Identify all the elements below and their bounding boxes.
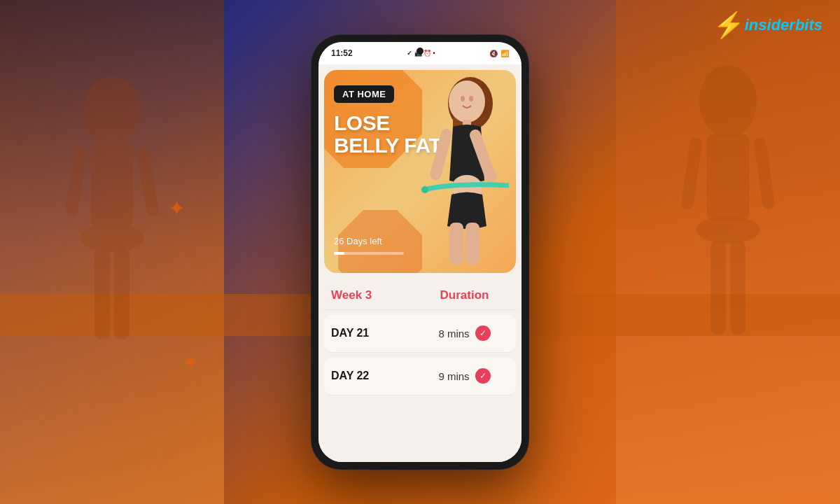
phone-screen: 11:52 ✓ 📷 ⏰ • 🔇 📶 AT HOME LOSE bbox=[318, 42, 522, 462]
duration-header-label: Duration bbox=[420, 288, 509, 302]
bg-figure-left bbox=[28, 70, 196, 420]
svg-rect-5 bbox=[64, 146, 88, 218]
woman-figure bbox=[400, 70, 516, 273]
logo-text: insiderbits bbox=[745, 16, 822, 34]
week-header-row: Week 3 Duration bbox=[324, 279, 516, 310]
svg-point-0 bbox=[84, 77, 140, 147]
day-21-check-icon: ✓ bbox=[475, 326, 491, 341]
hero-card: AT HOME LOSE BELLY FAT 26 Days left bbox=[324, 70, 516, 273]
svg-point-17 bbox=[461, 96, 465, 102]
svg-rect-23 bbox=[429, 127, 454, 181]
svg-rect-12 bbox=[680, 137, 702, 210]
at-home-badge: AT HOME bbox=[334, 85, 394, 103]
star-icon-right: ✦ bbox=[643, 266, 658, 286]
status-icons-right: 🔇 📶 bbox=[489, 50, 509, 57]
svg-rect-11 bbox=[730, 241, 746, 335]
svg-point-9 bbox=[696, 216, 760, 244]
wifi-icon: 📶 bbox=[500, 50, 509, 57]
mute-icon: 🔇 bbox=[489, 50, 498, 57]
svg-rect-4 bbox=[114, 248, 130, 340]
svg-point-18 bbox=[469, 96, 473, 102]
day-21-duration: 8 mins ✓ bbox=[420, 326, 509, 341]
day-21-duration-text: 8 mins bbox=[438, 328, 469, 340]
svg-rect-6 bbox=[135, 146, 160, 218]
day-row-22[interactable]: DAY 22 9 mins ✓ bbox=[324, 357, 516, 396]
day-22-duration: 9 mins ✓ bbox=[420, 368, 509, 384]
insiderbits-logo: ⚡ insiderbits bbox=[713, 13, 822, 38]
bolt-icon: ⚡ bbox=[713, 13, 745, 38]
svg-rect-8 bbox=[707, 134, 749, 220]
svg-rect-13 bbox=[753, 137, 775, 210]
star-icon-left-top: ✦ bbox=[168, 196, 186, 220]
progress-bar-bg bbox=[334, 252, 404, 255]
day-22-check-icon: ✓ bbox=[475, 368, 491, 384]
star-icon-left-bottom: ✦ bbox=[182, 350, 200, 374]
svg-rect-21 bbox=[449, 223, 463, 265]
svg-rect-1 bbox=[91, 144, 133, 227]
content-area: Week 3 Duration DAY 21 8 mins ✓ DAY 22 9… bbox=[318, 279, 522, 462]
day-22-duration-text: 9 mins bbox=[438, 370, 469, 382]
week-label: Week 3 bbox=[331, 288, 420, 302]
days-left-text: 26 Days left bbox=[334, 236, 382, 246]
svg-point-2 bbox=[80, 224, 144, 252]
day-22-name: DAY 22 bbox=[331, 370, 420, 382]
svg-rect-22 bbox=[465, 223, 479, 265]
svg-point-7 bbox=[699, 65, 757, 138]
svg-point-16 bbox=[449, 80, 485, 122]
bg-figure-right bbox=[637, 56, 819, 434]
phone-mockup: 11:52 ✓ 📷 ⏰ • 🔇 📶 AT HOME LOSE bbox=[312, 35, 528, 469]
status-time: 11:52 bbox=[331, 48, 353, 58]
day-21-name: DAY 21 bbox=[331, 327, 420, 340]
logo-text-insider: insider bbox=[745, 16, 795, 34]
day-row-21[interactable]: DAY 21 8 mins ✓ bbox=[324, 314, 516, 353]
progress-bar-fill bbox=[334, 252, 344, 255]
logo-text-bits: bits bbox=[795, 16, 822, 34]
phone-frame: 11:52 ✓ 📷 ⏰ • 🔇 📶 AT HOME LOSE bbox=[312, 35, 528, 469]
svg-rect-3 bbox=[94, 248, 110, 340]
svg-point-25 bbox=[421, 186, 428, 193]
camera-cutout bbox=[416, 48, 424, 55]
svg-rect-10 bbox=[710, 241, 726, 335]
